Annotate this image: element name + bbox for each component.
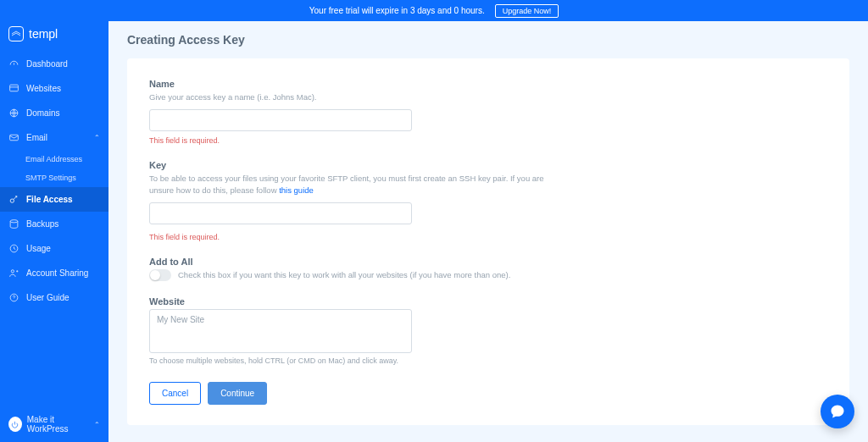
name-label: Name: [149, 79, 556, 89]
sidebar-item-label: Domains: [26, 108, 59, 118]
form-card: Name Give your access key a name (i.e. J…: [127, 58, 849, 425]
key-field: Key To be able to access your files usin…: [149, 160, 556, 241]
banner-message: Your free trial will expire in 3 days an…: [309, 6, 485, 15]
sidebar-item-label: File Access: [26, 195, 73, 204]
sidebar-item-account-sharing[interactable]: Account Sharing: [0, 261, 108, 285]
website-label: Website: [149, 296, 556, 307]
chevron-up-icon: ⌃: [94, 421, 100, 428]
power-icon: [8, 417, 22, 432]
add-to-all-label: Add to All: [149, 257, 556, 267]
key-input[interactable]: [149, 202, 412, 224]
trial-banner: Your free trial will expire in 3 days an…: [0, 0, 868, 21]
sharing-icon: [8, 268, 19, 279]
key-label: Key: [149, 160, 556, 170]
websites-icon: [8, 83, 19, 94]
svg-point-3: [10, 199, 14, 202]
website-field: Website My New Site To choose multiple w…: [149, 296, 556, 365]
website-select[interactable]: My New Site: [149, 309, 412, 353]
add-to-all-toggle[interactable]: [149, 269, 171, 281]
upgrade-button[interactable]: Upgrade Now!: [495, 4, 559, 18]
continue-button[interactable]: Continue: [208, 382, 267, 405]
page-title: Creating Access Key: [127, 33, 849, 47]
key-icon: [8, 194, 19, 205]
name-input[interactable]: [149, 109, 412, 131]
key-guide-link[interactable]: this guide: [279, 185, 314, 195]
svg-point-4: [10, 220, 18, 223]
sidebar-item-label: Email: [26, 133, 47, 142]
svg-rect-2: [10, 135, 19, 141]
sidebar-item-backups[interactable]: Backups: [0, 212, 108, 236]
sidebar-item-label: Websites: [26, 84, 61, 93]
cancel-button[interactable]: Cancel: [149, 382, 201, 405]
name-help: Give your access key a name (i.e. Johns …: [149, 91, 556, 102]
brand-name: templ: [29, 27, 58, 41]
name-error: This field is required.: [149, 136, 556, 145]
chat-launcher[interactable]: [821, 395, 854, 428]
svg-rect-0: [10, 85, 19, 91]
help-icon: [8, 292, 19, 303]
add-to-all-desc: Check this box if you want this key to w…: [178, 270, 510, 279]
sidebar-item-label: Dashboard: [26, 59, 68, 69]
sidebar-item-label: Usage: [26, 244, 51, 253]
website-hint: To choose multiple websites, hold CTRL (…: [149, 356, 556, 365]
sidebar-item-usage[interactable]: Usage: [0, 236, 108, 261]
form-actions: Cancel Continue: [149, 382, 827, 405]
sidebar-item-websites[interactable]: Websites: [0, 76, 108, 101]
sidebar-item-user-guide[interactable]: User Guide: [0, 285, 108, 310]
sidebar-item-domains[interactable]: Domains: [0, 101, 108, 125]
website-option[interactable]: My New Site: [150, 310, 411, 329]
key-help-text: To be able to access your files using yo…: [149, 174, 544, 194]
usage-icon: [8, 243, 19, 254]
email-icon: [8, 132, 19, 143]
sidebar: templ Dashboard Websites Domains Email ⌃…: [0, 21, 108, 442]
brand-logo-icon: [8, 26, 24, 41]
sidebar-item-dashboard[interactable]: Dashboard: [0, 52, 108, 76]
brand[interactable]: templ: [0, 21, 108, 47]
svg-point-6: [11, 270, 14, 273]
sidebar-item-label: Account Sharing: [26, 268, 88, 278]
key-error: This field is required.: [149, 233, 556, 241]
add-to-all-field: Add to All Check this box if you want th…: [149, 257, 556, 281]
sidebar-footer[interactable]: Make it WorkPress ⌃: [0, 406, 108, 442]
key-help: To be able to access your files using yo…: [149, 173, 556, 196]
backups-icon: [8, 218, 19, 229]
chat-icon: [829, 403, 846, 420]
sidebar-nav: Dashboard Websites Domains Email ⌃ Email…: [0, 52, 108, 310]
sidebar-sub-smtp-settings[interactable]: SMTP Settings: [0, 169, 108, 187]
chevron-up-icon: ⌃: [94, 134, 100, 141]
sidebar-footer-label: Make it WorkPress: [27, 415, 89, 434]
sidebar-item-email[interactable]: Email ⌃: [0, 125, 108, 150]
sidebar-sub-email-addresses[interactable]: Email Addresses: [0, 150, 108, 169]
sidebar-item-label: User Guide: [26, 293, 70, 302]
sidebar-item-file-access[interactable]: File Access: [0, 187, 108, 212]
name-field: Name Give your access key a name (i.e. J…: [149, 79, 556, 145]
main-content: Creating Access Key Name Give your acces…: [108, 21, 868, 442]
dashboard-icon: [8, 58, 19, 69]
domains-icon: [8, 108, 19, 119]
sidebar-item-label: Backups: [26, 219, 58, 229]
